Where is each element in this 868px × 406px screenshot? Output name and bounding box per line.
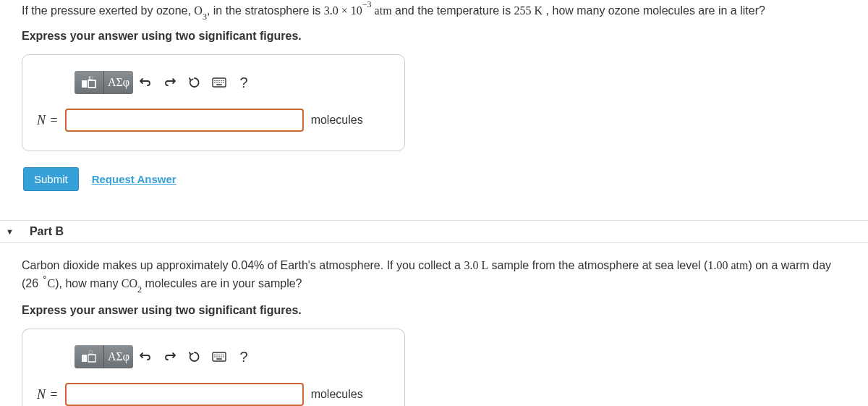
svg-point-21 (218, 355, 220, 356)
text: ), how many (55, 277, 122, 289)
undo-icon (139, 76, 152, 89)
redo-icon (163, 76, 176, 89)
submit-button[interactable]: Submit (23, 167, 79, 191)
pressure-value: 3.0 × 10−3 (324, 4, 372, 17)
text: , how many ozone molecules are in a lite… (542, 4, 765, 17)
keyboard-icon (212, 352, 226, 362)
keyboard-button[interactable] (207, 345, 231, 368)
svg-point-24 (214, 356, 216, 358)
text: , in the stratosphere is (207, 4, 324, 17)
redo-icon (163, 350, 176, 363)
help-button[interactable]: ? (231, 345, 256, 368)
svg-point-11 (216, 83, 218, 84)
svg-point-27 (221, 356, 222, 358)
unit: atm (731, 259, 748, 271)
text: molecules are in your sample? (142, 277, 302, 289)
part-b-title: Part B (30, 225, 64, 238)
svg-point-23 (223, 355, 224, 356)
formatting-toolbar: □ ΑΣφ ? (75, 345, 390, 368)
part-a-answer-area: x □ ΑΣφ (22, 54, 405, 151)
part-a-question: If the pressure exerted by ozone, O3, in… (0, 1, 868, 30)
svg-point-12 (218, 83, 220, 84)
svg-point-14 (223, 83, 224, 84)
degree-unit: ∘C (42, 277, 56, 289)
template-button[interactable]: x □ (75, 71, 104, 94)
svg-point-7 (218, 80, 220, 82)
svg-rect-15 (216, 85, 222, 86)
undo-button[interactable] (133, 71, 158, 94)
reset-button[interactable] (182, 345, 207, 368)
svg-point-20 (216, 355, 218, 356)
svg-text:□: □ (89, 350, 93, 355)
ozone-symbol: O3 (194, 4, 207, 17)
svg-point-22 (221, 355, 222, 356)
reset-icon (188, 76, 201, 89)
redo-button[interactable] (158, 71, 182, 94)
collapse-icon[interactable]: ▼ (6, 227, 14, 236)
formatting-toolbar: x □ ΑΣφ (75, 71, 390, 94)
text: sample from the atmosphere at sea level … (488, 259, 707, 271)
reset-icon (188, 350, 201, 363)
answer-row: N = molecules (37, 383, 390, 406)
variable-label: N = (37, 387, 58, 402)
unit-label: molecules (311, 388, 363, 401)
svg-point-28 (223, 356, 224, 358)
svg-point-13 (221, 83, 222, 84)
template-icon: □ (81, 350, 97, 363)
text: If the pressure exerted by ozone, (22, 4, 194, 17)
undo-icon (139, 350, 152, 363)
svg-point-8 (221, 80, 222, 82)
part-b-header[interactable]: ▼ Part B (0, 220, 868, 243)
unit: K (535, 4, 543, 17)
co2-symbol: CO2 (122, 277, 142, 289)
template-button-group: □ ΑΣφ (75, 345, 133, 368)
part-a-instruction: Express your answer using two significan… (0, 30, 868, 54)
svg-point-26 (218, 356, 220, 358)
text: and the temperature is (392, 4, 514, 17)
undo-button[interactable] (133, 345, 158, 368)
request-answer-link[interactable]: Request Answer (92, 173, 176, 185)
keyboard-icon (212, 77, 226, 88)
unit: L (481, 259, 488, 271)
part-b-instruction: Express your answer using two significan… (0, 304, 868, 329)
keyboard-button[interactable] (207, 71, 231, 94)
redo-button[interactable] (158, 345, 182, 368)
greek-symbols-button[interactable]: ΑΣφ (104, 345, 133, 368)
svg-rect-29 (216, 358, 222, 360)
svg-point-19 (214, 355, 216, 356)
unit: atm (372, 4, 392, 17)
variable-label: N = (37, 113, 58, 128)
part-b-answer-area: □ ΑΣφ ? N = molecules (22, 329, 405, 406)
pressure-value: 1.00 (707, 259, 731, 271)
svg-point-9 (223, 80, 224, 82)
unit-label: molecules (311, 114, 363, 127)
svg-point-5 (214, 80, 216, 82)
submit-row: Submit Request Answer (23, 167, 868, 191)
greek-symbols-button[interactable]: ΑΣφ (104, 71, 133, 94)
template-button-group: x □ ΑΣφ (75, 71, 133, 94)
help-button[interactable]: ? (231, 71, 256, 94)
part-b-question: Carbon dioxide makes up approximately 0.… (0, 243, 868, 304)
svg-rect-16 (82, 355, 87, 362)
svg-point-6 (216, 80, 218, 82)
answer-input[interactable] (65, 383, 304, 406)
template-icon: x □ (81, 76, 97, 89)
template-button[interactable]: □ (75, 345, 104, 368)
volume-value: 3.0 (464, 259, 481, 271)
answer-input[interactable] (65, 109, 304, 132)
temp-value: 255 (514, 4, 535, 17)
text: Carbon dioxide makes up approximately 0.… (22, 259, 464, 271)
reset-button[interactable] (182, 71, 207, 94)
svg-point-10 (214, 83, 216, 84)
svg-point-25 (216, 356, 218, 358)
answer-row: N = molecules (37, 109, 390, 132)
